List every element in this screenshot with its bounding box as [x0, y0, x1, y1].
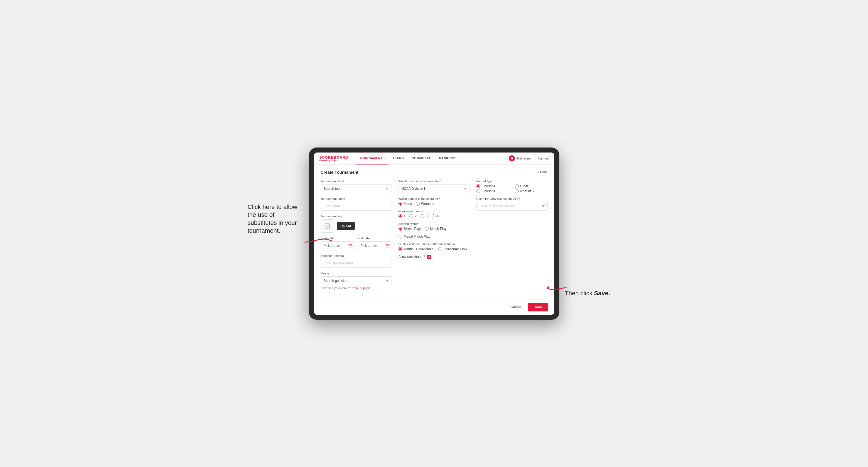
- match-play-radio[interactable]: [425, 227, 429, 231]
- division-select[interactable]: NCAA Division I NCAA Division II NCAA Di…: [399, 184, 470, 193]
- division-label: Which division is the event for?: [399, 180, 470, 183]
- gender-label: Which gender is the event for?: [399, 197, 470, 200]
- tournament-logo-label: Tournament logo: [320, 215, 392, 218]
- sign-out-link[interactable]: Sign out: [537, 157, 549, 160]
- venue-select[interactable]: Search golf club: [320, 276, 392, 285]
- teams-option[interactable]: Teams (+Individuals): [399, 247, 434, 251]
- event-for-radio-group: Teams (+Individuals) Individuals Only: [399, 247, 470, 251]
- calendar-icon: 📅: [348, 244, 352, 248]
- rounds-4-option[interactable]: 4: [432, 214, 439, 218]
- rounds-3-option[interactable]: 3: [421, 214, 428, 218]
- format-6count4-option[interactable]: 6 count 4: [476, 189, 509, 193]
- format-type-group: Format type 5 count 4 Other: [476, 180, 548, 193]
- individuals-radio[interactable]: [438, 247, 442, 251]
- upload-button[interactable]: Upload: [337, 222, 355, 230]
- medal-match-play-option[interactable]: Medal Match Play: [399, 235, 430, 239]
- email-support-link[interactable]: email support: [352, 286, 370, 290]
- scoring-api-group: Use third-party live scoring API? Select…: [476, 197, 548, 211]
- gender-womens-option[interactable]: Womens: [416, 202, 434, 206]
- page-title: Create Tournament: [320, 170, 359, 175]
- rounds-3-label: 3: [426, 214, 428, 218]
- tablet-frame: SCOREBOARD Powered by clippd TOURNAMENTS…: [309, 148, 559, 320]
- rounds-2-option[interactable]: 2: [409, 214, 416, 218]
- rounds-4-radio[interactable]: [432, 214, 436, 218]
- teams-label: Teams (+Individuals): [404, 247, 434, 251]
- gender-womens-radio[interactable]: [416, 202, 420, 206]
- form-section-right: Format type 5 count 4 Other: [476, 180, 548, 293]
- stroke-play-label: Stroke Play: [404, 227, 421, 231]
- tournament-host-select[interactable]: Search team: [320, 184, 392, 193]
- event-for-group: Is this event for Teams and/or Individua…: [399, 242, 470, 251]
- sponsor-input[interactable]: [320, 259, 392, 268]
- individuals-option[interactable]: Individuals Only: [438, 247, 467, 251]
- tournament-logo-group: Tournament logo Upload: [320, 215, 392, 233]
- rounds-1-label: 1: [404, 214, 406, 218]
- gender-radio-group: Mens Womens: [399, 202, 470, 206]
- rounds-2-label: 2: [415, 214, 416, 218]
- app-screen: SCOREBOARD Powered by clippd TOURNAMENTS…: [314, 153, 554, 315]
- scoring-system-group: Scoring system Stroke Play Match Play: [399, 222, 470, 239]
- tournament-name-label: Tournament name: [320, 197, 392, 200]
- format-6count4-label: 6 count 4: [482, 189, 495, 193]
- arrow-right-icon: [546, 282, 568, 293]
- gender-mens-option[interactable]: Mens: [399, 202, 412, 206]
- gender-mens-radio[interactable]: [399, 202, 402, 206]
- gender-group: Which gender is the event for? Mens Wome…: [399, 197, 470, 206]
- cancel-button[interactable]: Cancel: [506, 303, 525, 311]
- medal-match-play-label: Medal Match Play: [404, 235, 430, 239]
- sponsor-group: Sponsor (optional): [320, 254, 392, 268]
- nav-committee[interactable]: COMMITTEE: [408, 153, 435, 165]
- format-other-option[interactable]: Other: [515, 184, 548, 188]
- nav-rankings[interactable]: RANKINGS: [436, 153, 460, 165]
- logo-placeholder: [320, 219, 334, 233]
- format-5count4-radio[interactable]: [476, 184, 480, 188]
- back-link[interactable]: ‹ Back: [538, 170, 548, 174]
- rounds-1-option[interactable]: 1: [399, 214, 406, 218]
- teams-radio[interactable]: [399, 247, 402, 251]
- rounds-group: Number of rounds 1 2: [399, 210, 470, 218]
- user-name: blair admin: [517, 157, 532, 160]
- annotation-right: Then click Save.: [565, 289, 615, 298]
- nav-teams[interactable]: TEAMS: [389, 153, 407, 165]
- format-6count5-radio[interactable]: [515, 189, 519, 193]
- allow-substitutes-option[interactable]: Allow substitutes?: [399, 255, 470, 259]
- tournament-name-group: Tournament name: [320, 197, 392, 211]
- form-footer: Cancel Save: [314, 299, 554, 315]
- gender-womens-label: Womens: [421, 202, 434, 206]
- rounds-2-radio[interactable]: [409, 214, 413, 218]
- venue-label: Venue: [320, 272, 392, 275]
- tournament-host-label: Tournament Host: [320, 180, 392, 183]
- nav-tournaments[interactable]: TOURNAMENTS: [356, 153, 388, 165]
- rounds-3-radio[interactable]: [421, 214, 425, 218]
- app-logo: SCOREBOARD Powered by clippd: [319, 156, 348, 161]
- calendar-icon-end: 📅: [385, 244, 390, 248]
- nav-links: TOURNAMENTS TEAMS COMMITTEE RANKINGS: [356, 153, 509, 165]
- format-5count4-option[interactable]: 5 count 4: [476, 184, 509, 188]
- annotation-left: Click here to allow the use of substitut…: [248, 203, 303, 235]
- medal-match-play-radio[interactable]: [399, 235, 402, 239]
- format-other-radio[interactable]: [515, 184, 519, 188]
- avatar: B: [509, 155, 515, 161]
- page-header: Create Tournament ‹ Back: [320, 170, 548, 175]
- match-play-label: Match Play: [430, 227, 446, 231]
- format-5count4-label: 5 count 4: [482, 184, 495, 188]
- rounds-radio-group: 1 2 3: [399, 214, 470, 218]
- scoring-system-radio-group: Stroke Play Match Play Medal Match Play: [399, 227, 470, 239]
- end-date-group: End date 📅: [358, 237, 392, 250]
- tournament-name-input[interactable]: [320, 202, 392, 211]
- logo-upload-area: Upload: [320, 219, 392, 233]
- save-button[interactable]: Save: [528, 303, 548, 311]
- format-6count5-option[interactable]: 6 count 5: [515, 189, 548, 193]
- rounds-1-radio[interactable]: [399, 214, 402, 218]
- form-grid: Tournament Host Search team Tournament n…: [320, 180, 548, 293]
- scoring-api-select[interactable]: Select a scoring service: [476, 202, 548, 211]
- stroke-play-radio[interactable]: [399, 227, 402, 231]
- svg-point-3: [326, 225, 327, 225]
- scoring-system-label: Scoring system: [399, 222, 470, 225]
- allow-substitutes-checkbox[interactable]: [427, 255, 431, 259]
- match-play-option[interactable]: Match Play: [425, 227, 446, 231]
- form-section-middle: Which division is the event for? NCAA Di…: [399, 180, 470, 293]
- stroke-play-option[interactable]: Stroke Play: [399, 227, 421, 231]
- rounds-4-label: 4: [437, 214, 439, 218]
- format-6count4-radio[interactable]: [476, 189, 480, 193]
